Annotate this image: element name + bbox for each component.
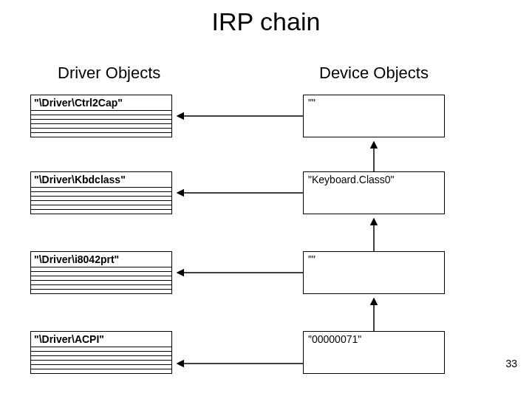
device-objects-header: Device Objects <box>319 64 429 83</box>
device-label: "" <box>308 97 316 109</box>
driver-box-i8042prt: "\Driver\i8042prt" <box>30 251 172 294</box>
device-box-0: "" <box>303 95 445 137</box>
page-number: 33 <box>505 358 517 369</box>
driver-objects-header: Driver Objects <box>58 64 160 83</box>
driver-label: "\Driver\Kbdclass" <box>34 174 126 185</box>
device-label: "Keyboard.Class0" <box>308 174 395 185</box>
driver-label: "\Driver\Ctrl2Cap" <box>34 97 123 109</box>
driver-box-acpi: "\Driver\ACPI" <box>30 331 172 374</box>
device-label: "" <box>308 253 316 265</box>
device-label: "00000071" <box>308 333 361 345</box>
driver-label: "\Driver\i8042prt" <box>34 253 119 265</box>
device-box-3: "00000071" <box>303 331 445 374</box>
driver-label: "\Driver\ACPI" <box>34 333 104 345</box>
driver-slots-icon <box>31 187 171 214</box>
driver-box-ctrl2cap: "\Driver\Ctrl2Cap" <box>30 95 172 137</box>
driver-slots-icon <box>31 110 171 137</box>
page-title: IRP chain <box>0 7 532 36</box>
driver-slots-icon <box>31 267 171 293</box>
driver-box-kbdclass: "\Driver\Kbdclass" <box>30 171 172 214</box>
device-box-2: "" <box>303 251 445 294</box>
device-box-1: "Keyboard.Class0" <box>303 171 445 214</box>
driver-slots-icon <box>31 347 171 373</box>
